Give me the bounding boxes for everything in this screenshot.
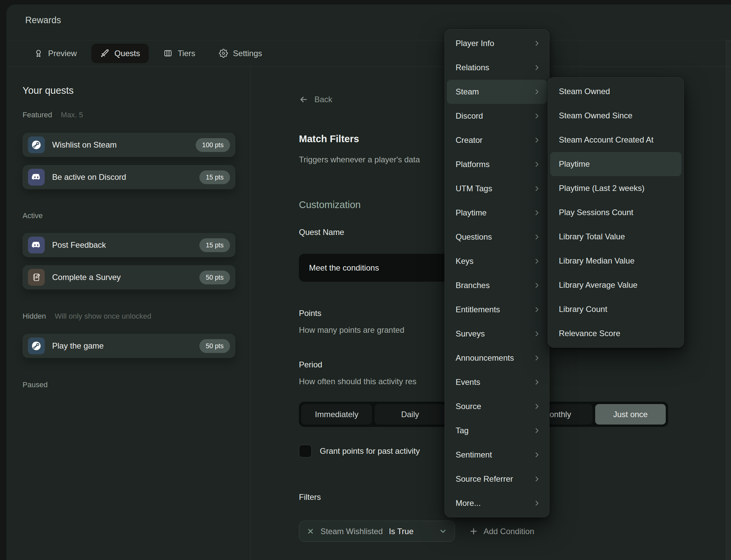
filter-field: Steam Wishlisted — [320, 527, 383, 536]
grant-points-row: Grant points for past activity — [299, 445, 420, 457]
menu-item-player-info[interactable]: Player Info — [447, 31, 547, 55]
active-section-header: Active — [23, 211, 43, 220]
chevron-right-icon — [533, 64, 541, 72]
quest-card-play-the-game[interactable]: Play the game 50 pts — [23, 334, 235, 358]
menu-item-discord[interactable]: Discord — [447, 104, 547, 128]
chevron-right-icon — [533, 185, 541, 193]
active-label: Active — [23, 211, 43, 220]
paused-section-header: Paused — [23, 381, 48, 389]
menu-item-keys[interactable]: Keys — [447, 249, 547, 273]
filters-label: Filters — [299, 492, 321, 502]
chevron-right-icon — [533, 39, 541, 47]
discord-icon — [28, 169, 45, 186]
steam-icon — [28, 136, 45, 153]
menu-item-tag[interactable]: Tag — [447, 418, 547, 443]
filter-condition-chip[interactable]: Steam Wishlisted Is True — [299, 521, 455, 542]
tab-tiers-label: Tiers — [178, 49, 195, 58]
period-option-immediately[interactable]: Immediately — [301, 404, 372, 425]
period-option-just-once[interactable]: Just once — [595, 404, 666, 425]
featured-section-header: Featured Max. 5 — [23, 111, 83, 119]
submenu-item-library-median-value[interactable]: Library Median Value — [550, 249, 682, 273]
chevron-right-icon — [533, 354, 541, 362]
quest-card-wishlist-on-steam[interactable]: Wishlist on Steam 100 pts — [23, 133, 235, 157]
add-condition-button[interactable]: Add Condition — [469, 521, 534, 542]
rewards-screen: Rewards Preview Quests Tiers — [0, 0, 731, 560]
menu-item-relations[interactable]: Relations — [447, 55, 547, 80]
tab-quests[interactable]: Quests — [91, 44, 149, 63]
quest-points-badge: 50 pts — [199, 271, 230, 284]
submenu-item-library-total-value[interactable]: Library Total Value — [550, 225, 682, 249]
tabbar-divider — [6, 67, 731, 67]
quest-points-badge: 15 pts — [199, 170, 230, 184]
submenu-item-steam-owned[interactable]: Steam Owned — [550, 79, 682, 104]
chevron-right-icon — [533, 499, 541, 507]
discord-icon — [28, 237, 45, 253]
period-option-daily[interactable]: Daily — [375, 404, 445, 425]
menu-item-creator[interactable]: Creator — [447, 128, 547, 152]
menu-item-surveys[interactable]: Surveys — [447, 322, 547, 346]
chevron-right-icon — [533, 306, 541, 314]
grant-points-label: Grant points for past activity — [320, 446, 420, 456]
chevron-down-icon[interactable] — [439, 527, 447, 535]
menu-item-announcements[interactable]: Announcements — [447, 346, 547, 370]
quest-points-badge: 15 pts — [199, 238, 230, 252]
chevron-right-icon — [533, 136, 541, 144]
menu-item-branches[interactable]: Branches — [447, 273, 547, 297]
hidden-label: Hidden — [23, 312, 46, 321]
menu-item-platforms[interactable]: Platforms — [447, 152, 547, 176]
quest-card-complete-a-survey[interactable]: Complete a Survey 50 pts — [23, 265, 235, 289]
close-icon[interactable] — [307, 527, 314, 535]
quest-title: Post Feedback — [52, 240, 199, 250]
submenu-item-steam-account-created-at[interactable]: Steam Account Created At — [550, 128, 682, 152]
tab-settings[interactable]: Settings — [210, 44, 271, 63]
plus-icon — [469, 527, 478, 536]
submenu-item-playtime-last-2-weeks[interactable]: Playtime (Last 2 weeks) — [550, 176, 682, 200]
menu-item-source-referrer[interactable]: Source Referrer — [447, 467, 547, 491]
menu-item-playtime[interactable]: Playtime — [447, 201, 547, 225]
chevron-right-icon — [533, 451, 541, 459]
match-filters-description: Triggers whenever a player's data — [299, 155, 420, 164]
grant-points-checkbox[interactable] — [299, 445, 312, 457]
quest-title: Wishlist on Steam — [52, 140, 196, 150]
steam-submenu: Steam Owned Steam Owned Since Steam Acco… — [548, 77, 684, 348]
tab-tiers[interactable]: Tiers — [155, 44, 204, 63]
tab-settings-label: Settings — [233, 49, 262, 58]
paused-label: Paused — [23, 381, 48, 389]
chevron-right-icon — [533, 257, 541, 265]
menu-item-source[interactable]: Source — [447, 394, 547, 418]
submenu-item-library-average-value[interactable]: Library Average Value — [550, 273, 682, 297]
menu-item-questions[interactable]: Questions — [447, 225, 547, 249]
tab-quests-label: Quests — [114, 49, 140, 58]
tab-preview[interactable]: Preview — [25, 44, 85, 63]
gear-icon — [219, 49, 228, 58]
customization-title: Customization — [299, 199, 361, 210]
quest-points-badge: 50 pts — [199, 339, 230, 353]
back-button[interactable]: Back — [299, 95, 332, 104]
tab-bar: Preview Quests Tiers Settings — [6, 40, 731, 67]
featured-hint: Max. 5 — [61, 111, 83, 119]
menu-item-events[interactable]: Events — [447, 370, 547, 394]
quest-card-be-active-on-discord[interactable]: Be active on Discord 15 pts — [23, 165, 235, 189]
menu-item-utm-tags[interactable]: UTM Tags — [447, 176, 547, 201]
filter-operator: Is True — [389, 527, 413, 536]
menu-item-entitlements[interactable]: Entitlements — [447, 297, 547, 322]
menu-item-more[interactable]: More... — [447, 491, 547, 515]
columns-icon — [163, 49, 172, 58]
submenu-item-playtime[interactable]: Playtime — [550, 152, 682, 176]
arrow-left-icon — [299, 95, 308, 104]
chevron-right-icon — [533, 160, 541, 168]
scrollbar-track[interactable] — [726, 40, 731, 560]
menu-item-steam[interactable]: Steam — [447, 80, 547, 104]
quest-title: Complete a Survey — [52, 273, 199, 282]
submenu-item-relevance-score[interactable]: Relevance Score — [550, 321, 682, 346]
chevron-right-icon — [533, 209, 541, 217]
sidebar-title: Your quests — [23, 85, 74, 96]
sword-icon — [100, 49, 109, 58]
chevron-right-icon — [533, 233, 541, 241]
quest-card-post-feedback[interactable]: Post Feedback 15 pts — [23, 233, 235, 257]
submenu-item-steam-owned-since[interactable]: Steam Owned Since — [550, 104, 682, 128]
menu-item-sentiment[interactable]: Sentiment — [447, 443, 547, 467]
submenu-item-play-sessions-count[interactable]: Play Sessions Count — [550, 200, 682, 225]
submenu-item-library-count[interactable]: Library Count — [550, 297, 682, 321]
points-label: Points — [299, 309, 321, 318]
